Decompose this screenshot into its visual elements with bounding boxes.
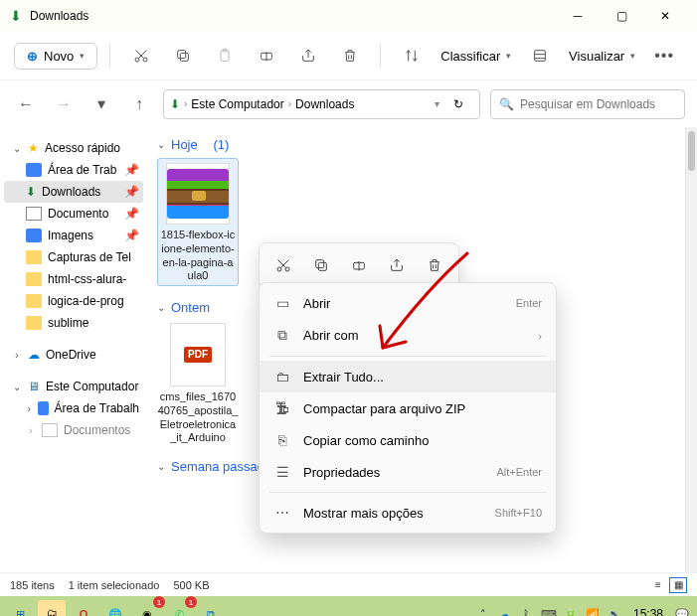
rename-button[interactable] [248,39,285,73]
copy-button[interactable] [164,39,202,73]
status-bar: 185 itens 1 item selecionado 500 KB ≡ ▦ [0,572,697,596]
tray-wifi-icon[interactable]: 📶 [584,605,602,616]
paste-button[interactable] [206,39,244,73]
view-icon[interactable] [521,39,559,73]
tray-chevron-up-icon[interactable]: ˄ [474,605,492,616]
breadcrumb-root[interactable]: Este Computador [191,97,283,111]
search-input[interactable] [520,97,676,111]
open-icon: ▭ [273,295,291,311]
taskbar: ⊞ 🗂 O 🌐 ◉ ✆ ⧉ ˄ ☁ ᛒ ⌨ 🔋 📶 🔉 15:38 💬 [0,596,697,616]
chevron-down-icon: ▾ [630,51,635,61]
group-today[interactable]: ⌄ Hoje (1) [157,137,693,152]
sidebar-item-logica[interactable]: logica-de-prog [4,290,143,312]
new-button[interactable]: ⊕ Novo ▾ [14,43,97,70]
forward-button[interactable]: → [50,90,78,118]
file-rar[interactable]: 1815-flexbox-icione-elemento-en-la-pagin… [157,158,239,286]
ctx-extract-all[interactable]: 🗀 Extrair Tudo... [260,361,556,392]
status-items: 185 itens [10,579,55,591]
svg-rect-3 [178,51,186,59]
sidebar-item-screenshots[interactable]: Capturas de Tel [4,246,143,268]
tray-notifications-icon[interactable]: 💬 [673,605,691,616]
tray-keyboard-icon[interactable]: ⌨ [540,605,558,616]
tray-volume-icon[interactable]: 🔉 [606,605,623,616]
download-icon: ⬇ [170,97,180,111]
zip-icon: 🗜 [273,400,291,416]
taskbar-explorer[interactable]: 🗂 [38,600,66,616]
minimize-button[interactable]: ─ [556,0,600,32]
maximize-button[interactable]: ▢ [600,0,643,32]
ctx-share-button[interactable] [379,249,415,281]
sidebar-item-downloads[interactable]: ⬇Downloads📌 [4,181,143,203]
pdf-icon: PDF [170,323,226,386]
sidebar-thispc[interactable]: ⌄🖥Este Computador [4,376,143,397]
svg-rect-10 [318,262,326,270]
taskbar-opera[interactable]: O [70,600,97,616]
recent-button[interactable]: ▾ [87,90,115,118]
sort-button[interactable]: Classificar ▾ [435,49,517,64]
ctx-cut-button[interactable] [265,249,301,281]
sidebar-item-documents[interactable]: Documento📌 [4,203,143,225]
folder-icon [26,316,42,330]
delete-button[interactable] [331,39,369,73]
sidebar-thispc-desktop[interactable]: ›Área de Trabalh [4,397,143,419]
tray-onedrive-icon[interactable]: ☁ [496,605,514,616]
more-icon: ⋯ [273,505,291,521]
folder-icon [26,294,42,308]
download-icon: ⬇ [10,8,22,24]
breadcrumb[interactable]: ⬇ › Este Computador › Downloads ▾ ↻ [163,89,480,119]
sidebar-item-sublime[interactable]: sublime [4,312,143,334]
back-button[interactable]: ← [12,90,40,118]
refresh-button[interactable]: ↻ [443,97,473,111]
sidebar-thispc-docs[interactable]: ›Documentos [4,419,143,441]
nav-row: ← → ▾ ↑ ⬇ › Este Computador › Downloads … [0,79,697,127]
sidebar-quick-access[interactable]: ⌄ ★ Acesso rápido [4,137,143,159]
extract-icon: 🗀 [273,369,291,385]
sort-icon[interactable] [393,39,431,73]
ctx-rename-button[interactable] [341,249,377,281]
sidebar-item-desktop[interactable]: Área de Trab📌 [4,159,143,181]
more-button[interactable]: ••• [645,39,683,73]
taskbar-whatsapp[interactable]: ✆ [165,600,193,616]
tray-bluetooth-icon[interactable]: ᛒ [518,605,536,616]
folder-icon [26,272,42,286]
sidebar-item-html[interactable]: html-css-alura- [4,268,143,290]
desktop-icon [26,163,42,177]
chevron-down-icon[interactable]: ▾ [435,98,439,109]
icons-view-button[interactable]: ▦ [669,577,687,593]
ctx-open[interactable]: ▭ Abrir Enter [260,287,556,319]
breadcrumb-current[interactable]: Downloads [295,97,354,111]
ctx-delete-button[interactable] [417,249,452,281]
ctx-copy-path[interactable]: ⎘ Copiar como caminho [260,424,556,456]
search-box[interactable]: 🔍 [490,89,685,119]
sidebar-onedrive[interactable]: ›☁OneDrive [4,344,143,366]
ctx-open-with[interactable]: ⧉ Abrir com › [260,319,556,352]
ctx-copy-button[interactable] [303,249,339,281]
plus-icon: ⊕ [27,49,38,64]
search-icon: 🔍 [499,97,514,111]
taskbar-edge[interactable]: 🌐 [101,600,129,616]
tray-battery-icon[interactable]: 🔋 [562,605,580,616]
images-icon [26,229,42,242]
ctx-properties[interactable]: ☰ Propriedades Alt+Enter [260,456,556,488]
start-button[interactable]: ⊞ [6,600,34,616]
tray-clock[interactable]: 15:38 [627,607,669,616]
chevron-right-icon: › [538,330,542,342]
cut-button[interactable] [122,39,160,73]
taskbar-vscode[interactable]: ⧉ [197,600,225,616]
details-view-button[interactable]: ≡ [649,577,667,593]
chevron-right-icon: › [26,403,32,414]
up-button[interactable]: ↑ [125,90,153,118]
view-button[interactable]: Visualizar ▾ [563,49,641,64]
ctx-compress[interactable]: 🗜 Compactar para arquivo ZIP [260,392,556,424]
sidebar-item-images[interactable]: Imagens📌 [4,225,143,246]
chevron-down-icon: ⌄ [12,382,22,392]
ctx-more-options[interactable]: ⋯ Mostrar mais opções Shift+F10 [260,497,556,529]
close-button[interactable]: ✕ [643,0,687,32]
taskbar-chrome[interactable]: ◉ [133,600,161,616]
file-pdf[interactable]: PDF cms_files_167040765_apostila_Eletroe… [157,321,239,445]
scrollbar[interactable] [685,127,697,572]
desktop-icon [38,401,48,415]
window-title: Downloads [30,9,556,23]
chevron-down-icon: ⌄ [157,139,165,150]
share-button[interactable] [289,39,327,73]
